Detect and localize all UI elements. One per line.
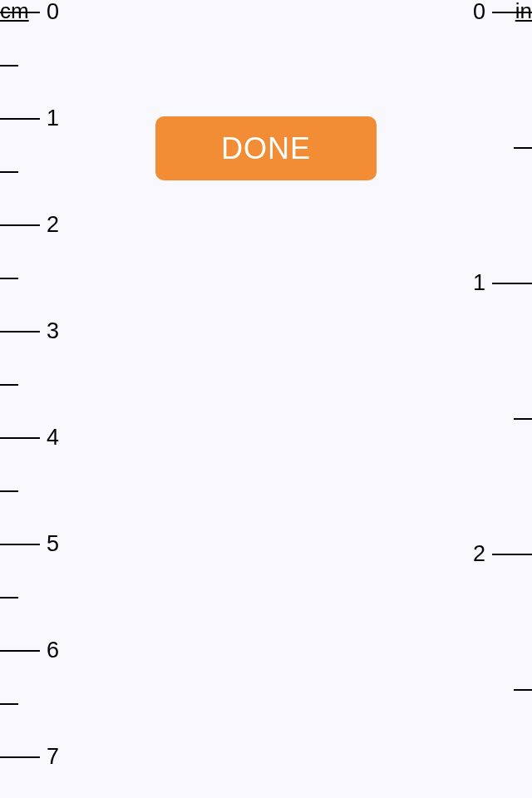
cm-tick-label: 4 — [47, 425, 59, 451]
cm-tick-major — [0, 331, 40, 332]
cm-tick-label: 0 — [47, 0, 59, 25]
cm-tick-major — [0, 224, 40, 226]
in-tick-label: 0 — [473, 0, 485, 25]
in-tick-minor — [514, 689, 532, 691]
in-tick-label: 2 — [473, 541, 485, 567]
in-tick-major — [492, 283, 532, 284]
cm-tick-minor — [0, 490, 18, 492]
ruler-cm: cm 01234567 — [0, 0, 83, 798]
in-tick-major — [492, 554, 532, 555]
cm-tick-major — [0, 544, 40, 545]
cm-tick-minor — [0, 65, 18, 66]
cm-tick-major — [0, 12, 40, 13]
ruler-in: in 012 — [449, 0, 532, 798]
cm-tick-label: 3 — [47, 318, 59, 344]
cm-tick-minor — [0, 703, 18, 705]
cm-tick-minor — [0, 171, 18, 173]
in-tick-label: 1 — [473, 270, 485, 296]
cm-tick-major — [0, 437, 40, 439]
cm-tick-minor — [0, 278, 18, 279]
cm-tick-label: 2 — [47, 212, 59, 238]
cm-tick-major — [0, 756, 40, 758]
in-tick-minor — [514, 147, 532, 149]
cm-tick-minor — [0, 384, 18, 386]
cm-tick-label: 7 — [47, 744, 59, 770]
cm-tick-label: 6 — [47, 638, 59, 663]
in-tick-major — [492, 12, 532, 13]
done-button[interactable]: DONE — [155, 116, 377, 180]
cm-tick-minor — [0, 597, 18, 598]
cm-tick-label: 5 — [47, 531, 59, 557]
cm-tick-major — [0, 650, 40, 652]
in-tick-minor — [514, 418, 532, 420]
cm-tick-label: 1 — [47, 106, 59, 131]
cm-tick-major — [0, 118, 40, 120]
